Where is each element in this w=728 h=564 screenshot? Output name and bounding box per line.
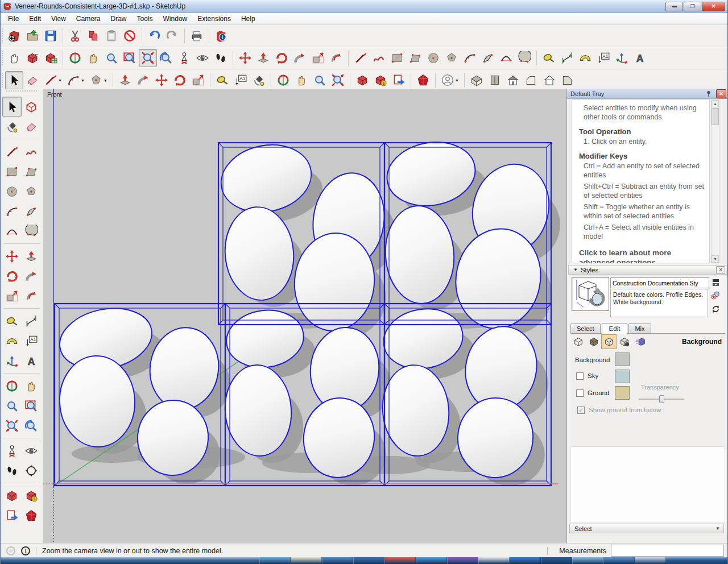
component-attributes-button[interactable] [42, 49, 60, 67]
arc-button[interactable] [2, 201, 22, 221]
paint-bucket-button[interactable] [2, 117, 22, 136]
tray-close-icon[interactable]: ✕ [716, 89, 726, 98]
edge-settings-icon[interactable] [570, 334, 586, 349]
3d-text-button[interactable]: A [631, 49, 649, 67]
background-swatch[interactable] [615, 353, 630, 366]
walk-button[interactable] [2, 461, 22, 480]
model-info-button[interactable]: i [212, 27, 230, 45]
move-button[interactable] [236, 49, 254, 67]
tape-measure-button[interactable] [2, 311, 22, 331]
ground-checkbox[interactable] [576, 389, 584, 397]
new-button[interactable] [5, 27, 23, 45]
line-button[interactable] [2, 142, 22, 161]
geolocation-icon[interactable]: ◎ [6, 546, 15, 555]
avatar-button[interactable]: ▼ [439, 71, 461, 89]
polygon-button[interactable] [22, 181, 41, 201]
taskbar-app-button[interactable] [510, 557, 541, 564]
taskbar-app-button[interactable] [384, 557, 416, 564]
taskbar-app-button[interactable] [478, 557, 510, 564]
pan-button[interactable] [84, 49, 102, 67]
zoom-extents-button[interactable] [2, 416, 22, 436]
menu-draw[interactable]: Draw [106, 14, 132, 24]
arc-3-button[interactable] [515, 49, 533, 67]
styles-panel-header[interactable]: ▼ Styles ✕ [568, 265, 727, 275]
transparency-slider[interactable] [639, 395, 684, 403]
3d-warehouse-button[interactable] [353, 71, 371, 89]
zoom-window-button[interactable] [22, 396, 41, 416]
zoom-previous-button[interactable] [22, 416, 41, 436]
taskbar-app-button[interactable] [291, 557, 322, 564]
menu-help[interactable]: Help [236, 14, 260, 24]
taskbar-app-button[interactable] [353, 557, 384, 564]
rotate-button[interactable] [272, 49, 291, 67]
line-button[interactable]: ▼ [42, 71, 64, 89]
zoom-previous-button[interactable] [157, 49, 175, 67]
3d-warehouse-button[interactable] [2, 486, 22, 505]
save-button[interactable] [42, 27, 60, 45]
view-iso-button[interactable] [468, 71, 486, 89]
polygon-button[interactable] [442, 49, 461, 67]
close-button[interactable]: ✕ [702, 2, 725, 11]
pie-button[interactable] [479, 49, 497, 67]
eraser-button[interactable] [22, 117, 41, 136]
circle-button[interactable] [2, 181, 22, 201]
position-camera-button[interactable] [2, 441, 22, 461]
text-button[interactable]: A1 [594, 49, 613, 67]
extension-warehouse-button[interactable] [22, 505, 41, 525]
freehand-button[interactable] [370, 49, 388, 67]
walk-button[interactable] [212, 49, 230, 67]
interact-button[interactable] [5, 49, 23, 67]
tray-header[interactable]: Default Tray ✕ [567, 89, 728, 99]
make-component-button[interactable] [22, 97, 41, 117]
update-style-icon[interactable] [710, 304, 721, 314]
collapsed-select-panel[interactable]: Select ▼ [569, 524, 724, 533]
erase-button[interactable] [121, 27, 139, 45]
arc-button[interactable]: ▼ [64, 71, 87, 89]
maximize-button[interactable]: ❐ [684, 2, 701, 11]
zoom-button[interactable] [311, 71, 329, 89]
taskbar-start-area[interactable] [1, 557, 259, 564]
taskbar-app-button[interactable] [322, 557, 353, 564]
arc-button[interactable] [461, 49, 479, 67]
protractor-button[interactable] [2, 331, 22, 351]
dropdown-arrow-icon[interactable]: ▼ [58, 78, 62, 82]
zoom-extents-button[interactable] [139, 49, 157, 67]
orbit-button[interactable] [66, 49, 84, 67]
move-button[interactable] [152, 71, 171, 89]
sky-swatch[interactable] [615, 370, 630, 383]
circle-button[interactable] [424, 49, 442, 67]
pan-button[interactable] [292, 71, 311, 89]
instructor-scrollbar[interactable]: ▲ ▼ [711, 99, 719, 263]
push-pull-button[interactable] [254, 49, 272, 67]
rectangle-button[interactable] [388, 49, 406, 67]
look-around-button[interactable] [22, 441, 41, 461]
dimension-button[interactable] [558, 49, 576, 67]
instructor-advanced-link[interactable]: Click to learn about more advanced opera… [579, 248, 706, 263]
redo-button[interactable] [163, 27, 181, 45]
move-button[interactable] [2, 246, 22, 266]
protractor-button[interactable] [576, 49, 594, 67]
rotated-rectangle-button[interactable] [22, 161, 41, 181]
help-info-icon[interactable]: i [21, 546, 30, 555]
push-pull-button[interactable] [22, 246, 41, 266]
tab-mix[interactable]: Mix [628, 324, 651, 333]
tape-measure-button[interactable] [540, 49, 558, 67]
select-button[interactable] [5, 71, 23, 89]
scale-button[interactable] [2, 286, 22, 306]
zoom-extents-button[interactable] [329, 71, 347, 89]
show-ground-checkbox[interactable]: ✓ [577, 407, 585, 414]
tab-edit[interactable]: Edit [602, 323, 628, 334]
tape-measure-button[interactable] [213, 71, 231, 89]
menu-edit[interactable]: Edit [24, 14, 46, 24]
windows-taskbar[interactable] [1, 557, 728, 564]
3d-text-button[interactable]: A [22, 351, 41, 371]
get-models-button[interactable]: $ [22, 486, 41, 505]
scale-button[interactable] [309, 49, 327, 67]
open-button[interactable] [23, 27, 42, 45]
arc-3-button[interactable] [22, 221, 41, 241]
position-camera-button[interactable] [175, 49, 193, 67]
taskbar-app-button[interactable] [635, 557, 666, 564]
line-button[interactable] [351, 49, 370, 67]
ground-swatch[interactable] [615, 386, 630, 400]
text-button[interactable]: A1 [22, 331, 41, 351]
